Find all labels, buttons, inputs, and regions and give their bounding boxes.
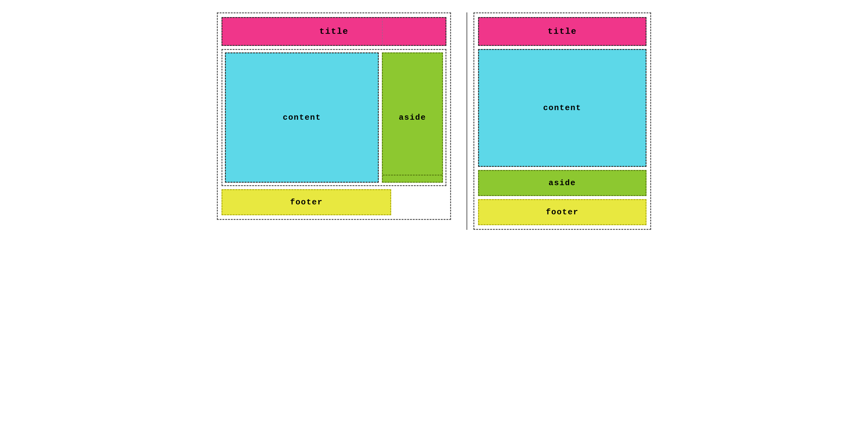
right-aside-text: aside xyxy=(549,178,576,188)
right-layout: title content aside footer xyxy=(473,12,651,230)
left-footer-spacer xyxy=(394,189,446,215)
page-wrapper: title content aside footer title xyxy=(217,12,651,230)
left-footer-bar: footer xyxy=(221,189,391,215)
left-footer-wrapper: footer xyxy=(221,189,446,215)
left-aside-area: aside xyxy=(382,53,443,183)
right-aside-area: aside xyxy=(478,170,647,196)
left-content-text: content xyxy=(283,113,321,122)
right-title-text: title xyxy=(548,27,577,36)
left-main-row: content aside xyxy=(221,49,446,186)
left-content-area: content xyxy=(225,53,379,183)
right-content-text: content xyxy=(543,103,581,113)
left-footer-text: footer xyxy=(290,197,323,207)
right-title-bar: title xyxy=(478,17,647,46)
left-title-bar: title xyxy=(221,17,446,46)
left-aside-text: aside xyxy=(399,113,426,122)
right-footer-bar: footer xyxy=(478,199,647,225)
right-footer-text: footer xyxy=(546,208,579,217)
left-layout: title content aside footer xyxy=(217,12,451,220)
left-title-text: title xyxy=(319,27,348,36)
vertical-divider xyxy=(467,12,467,230)
right-content-area: content xyxy=(478,49,647,167)
